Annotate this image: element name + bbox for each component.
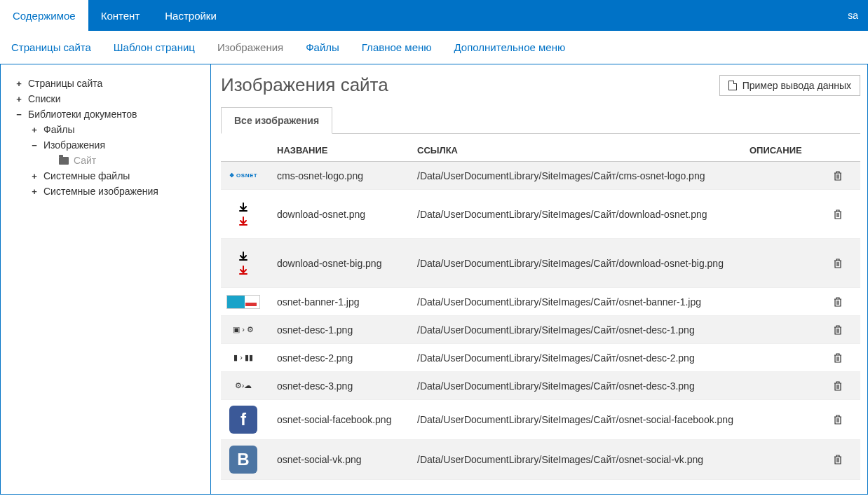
file-name: osnet-desc-1.png [277, 324, 417, 336]
file-name: download-osnet-big.png [277, 258, 417, 269]
tree-node-6[interactable]: +Системные файлы [8, 170, 203, 182]
subnav-item-4[interactable]: Главное меню [362, 41, 432, 53]
subnav-item-0[interactable]: Страницы сайта [11, 41, 91, 53]
subnav-item-2[interactable]: Изображения [217, 41, 283, 53]
tree-node-5[interactable]: Сайт [8, 154, 203, 167]
delete-icon[interactable] [834, 209, 855, 219]
subnav-item-3[interactable]: Файлы [306, 41, 339, 53]
delete-icon[interactable] [834, 171, 855, 181]
file-link: /Data/UserDocumentLibrary/SiteImages/Сай… [417, 258, 750, 269]
tab-all-images[interactable]: Все изображения [221, 107, 332, 134]
file-link: /Data/UserDocumentLibrary/SiteImages/Сай… [417, 170, 750, 181]
tree-label: Системные файлы [43, 170, 130, 181]
collapse-icon[interactable]: − [30, 140, 39, 151]
thumbnail: ⚙›☁ [226, 380, 260, 392]
thumbnail: f [226, 406, 260, 434]
thumbnail [226, 295, 260, 309]
expand-icon[interactable]: + [30, 125, 39, 135]
delete-icon[interactable] [834, 353, 855, 363]
thumbnail: ❖ OSNET [226, 170, 260, 182]
file-link: /Data/UserDocumentLibrary/SiteImages/Сай… [417, 209, 750, 220]
delete-icon[interactable] [834, 415, 855, 425]
thumbnail: ▣ › ⚙ [226, 324, 260, 336]
example-output-button[interactable]: Пример вывода данных [719, 75, 860, 96]
download-icon [238, 216, 248, 226]
tree-label: Сайт [74, 155, 96, 166]
tree-node-3[interactable]: +Файлы [8, 123, 203, 136]
file-name: download-osnet.png [277, 209, 417, 220]
file-link: /Data/UserDocumentLibrary/SiteImages/Сай… [417, 380, 750, 392]
tree-node-7[interactable]: +Системные изображения [8, 185, 203, 198]
file-link: /Data/UserDocumentLibrary/SiteImages/Сай… [417, 324, 750, 336]
topbar-tab-0[interactable]: Содержимое [0, 0, 88, 31]
tree-node-1[interactable]: +Списки [8, 92, 203, 105]
tree-label: Системные изображения [43, 186, 158, 197]
sidebar: +Страницы сайта+Списки−Библиотеки докуме… [1, 64, 211, 494]
delete-icon[interactable] [834, 381, 855, 391]
main: Изображения сайта Пример вывода данных В… [211, 64, 867, 494]
table-row[interactable]: download-osnet.png/Data/UserDocumentLibr… [221, 190, 860, 239]
header-name[interactable]: НАЗВАНИЕ [277, 145, 417, 156]
thumbnail: ▮ › ▮▮ [226, 352, 260, 364]
delete-icon[interactable] [834, 297, 855, 307]
tree-label: Списки [28, 93, 60, 104]
subnav-item-5[interactable]: Дополнительное меню [454, 41, 566, 53]
topbar: СодержимоеКонтентНастройки sa [0, 0, 868, 31]
thumbnail [226, 252, 260, 275]
table-row[interactable]: ❖ OSNETcms-osnet-logo.png/Data/UserDocum… [221, 162, 860, 190]
download-icon [238, 266, 248, 275]
folder-icon [59, 157, 69, 165]
document-icon [728, 81, 737, 90]
expand-icon[interactable]: + [30, 186, 39, 197]
header-link[interactable]: ССЫЛКА [417, 145, 750, 156]
file-link: /Data/UserDocumentLibrary/SiteImages/Сай… [417, 414, 750, 425]
tree-label: Изображения [43, 139, 105, 151]
table-row[interactable]: osnet-banner-1.jpg/Data/UserDocumentLibr… [221, 288, 860, 316]
file-name: osnet-banner-1.jpg [277, 296, 417, 308]
file-name: cms-osnet-logo.png [277, 170, 417, 181]
topbar-tab-2[interactable]: Настройки [152, 0, 229, 31]
expand-icon[interactable]: + [30, 171, 39, 181]
download-icon [238, 252, 248, 261]
expand-icon[interactable]: + [15, 94, 23, 104]
header-desc[interactable]: ОПИСАНИЕ [750, 145, 834, 156]
example-output-label: Пример вывода данных [742, 80, 851, 91]
subnav-item-1[interactable]: Шаблон страниц [114, 41, 195, 53]
topbar-tab-1[interactable]: Контент [88, 0, 153, 31]
subnav: Страницы сайтаШаблон страницИзображенияФ… [0, 31, 868, 64]
table-row[interactable]: Bosnet-social-vk.png/Data/UserDocumentLi… [221, 440, 860, 480]
content-tabs: Все изображения [221, 107, 860, 134]
thumbnail: B [226, 446, 260, 474]
download-icon [238, 202, 248, 212]
file-name: osnet-social-vk.png [277, 454, 417, 465]
page-header: Изображения сайта Пример вывода данных [221, 74, 860, 96]
expand-icon[interactable]: + [15, 78, 23, 89]
table-row[interactable]: ▮ › ▮▮osnet-desc-2.png/Data/UserDocument… [221, 344, 860, 372]
layout: +Страницы сайта+Списки−Библиотеки докуме… [0, 64, 868, 495]
delete-icon[interactable] [834, 259, 855, 268]
table-row[interactable]: fosnet-social-facebook.png/Data/UserDocu… [221, 400, 860, 440]
file-link: /Data/UserDocumentLibrary/SiteImages/Сай… [417, 352, 750, 364]
delete-icon[interactable] [834, 325, 855, 335]
page-title: Изображения сайта [221, 74, 388, 96]
file-name: osnet-social-facebook.png [277, 414, 417, 425]
file-link: /Data/UserDocumentLibrary/SiteImages/Сай… [417, 296, 750, 308]
thumbnail [226, 202, 260, 226]
tree-label: Файлы [43, 124, 74, 135]
file-link: /Data/UserDocumentLibrary/SiteImages/Сай… [417, 454, 750, 465]
tree-node-4[interactable]: −Изображения [8, 139, 203, 151]
tree-node-0[interactable]: +Страницы сайта [8, 77, 203, 90]
tree-label: Страницы сайта [28, 78, 102, 89]
delete-icon[interactable] [834, 455, 855, 464]
file-name: osnet-desc-3.png [277, 380, 417, 392]
tree-label: Библиотеки документов [28, 109, 137, 120]
images-table: НАЗВАНИЕ ССЫЛКА ОПИСАНИЕ ❖ OSNETcms-osne… [221, 138, 860, 480]
tree-node-2[interactable]: −Библиотеки документов [8, 108, 203, 120]
table-header: НАЗВАНИЕ ССЫЛКА ОПИСАНИЕ [221, 138, 860, 162]
file-name: osnet-desc-2.png [277, 352, 417, 364]
collapse-icon[interactable]: − [15, 109, 23, 120]
current-user[interactable]: sa [838, 0, 868, 31]
table-row[interactable]: ⚙›☁osnet-desc-3.png/Data/UserDocumentLib… [221, 372, 860, 400]
table-row[interactable]: download-osnet-big.png/Data/UserDocument… [221, 239, 860, 288]
table-row[interactable]: ▣ › ⚙osnet-desc-1.png/Data/UserDocumentL… [221, 316, 860, 344]
